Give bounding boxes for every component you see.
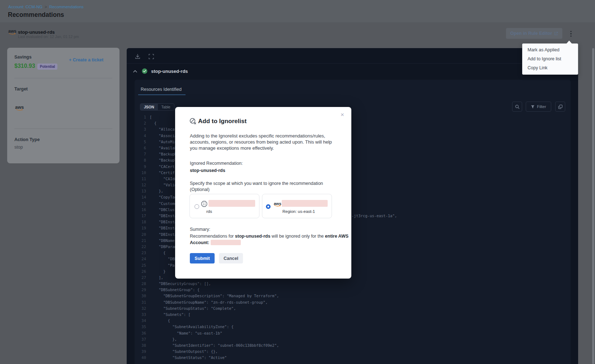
account-option-label: Region: us-east-1 bbox=[282, 209, 315, 214]
radio-account-selected[interactable] bbox=[266, 204, 271, 209]
summary-mid: will be ignored only for the bbox=[270, 234, 325, 239]
page-title: Recommendations bbox=[8, 11, 64, 19]
code-line: 35 "SubnetAvailabilityZone": { bbox=[135, 324, 571, 330]
active-tab-underline bbox=[138, 94, 186, 95]
breadcrumb: Account: CCM-NG>Recommendations bbox=[8, 5, 84, 9]
action-type-value: stop bbox=[14, 145, 23, 150]
target-label: Target bbox=[14, 87, 28, 92]
view-toggle: JSON Table bbox=[140, 103, 174, 111]
code-line: 34 { bbox=[135, 318, 571, 324]
success-check-icon bbox=[142, 68, 147, 74]
action-type-label: Action Type bbox=[14, 137, 40, 142]
page-scrollbar[interactable] bbox=[592, 48, 594, 364]
breadcrumb-page-link[interactable]: Recommendations bbox=[49, 5, 84, 9]
menu-item-add-to-ignore-list[interactable]: Add to Ignore list bbox=[523, 55, 578, 64]
modal-title: Add to Ignorelist bbox=[198, 118, 247, 125]
aws-swoosh-icon bbox=[274, 205, 281, 207]
code-line: 28 "DBSecurityGroups": [], bbox=[135, 281, 571, 287]
top-header: Account: CCM-NG>Recommendations Recommen… bbox=[0, 0, 595, 22]
divider bbox=[127, 63, 578, 64]
resource-service-icon bbox=[201, 201, 207, 207]
code-line: 37 }, bbox=[135, 336, 571, 342]
kebab-dropdown-menu: Mark as Applied Add to Ignore list Copy … bbox=[522, 43, 578, 75]
code-line: 32 "SubnetGroupStatus": "Complete", bbox=[135, 305, 571, 312]
filter-button[interactable]: Filter bbox=[526, 102, 551, 112]
scope-option-account[interactable]: aws Region: us-east-1 bbox=[262, 194, 332, 218]
resource-option-label: rds bbox=[206, 209, 212, 214]
view-toggle-json[interactable]: JSON bbox=[140, 104, 158, 110]
create-ticket-link[interactable]: + Create a ticket bbox=[69, 57, 103, 62]
copy-button[interactable] bbox=[555, 102, 565, 112]
tab-resources-identified[interactable]: Resources Identified bbox=[141, 87, 182, 92]
potential-badge: Potential bbox=[37, 64, 57, 70]
code-line: 33 "Subnets": [ bbox=[135, 312, 571, 318]
modal-close-icon[interactable]: × bbox=[339, 111, 346, 118]
breadcrumb-account-link[interactable]: Account: CCM-NG bbox=[8, 5, 42, 9]
menu-item-mark-as-applied[interactable]: Mark as Applied bbox=[523, 46, 578, 55]
add-to-ignorelist-modal: × Add to Ignorelist Adding to the Ignore… bbox=[175, 107, 351, 279]
ignore-icon bbox=[189, 118, 196, 125]
savings-label: Savings bbox=[14, 55, 32, 60]
submit-button[interactable]: Submit bbox=[190, 253, 215, 263]
menu-caret bbox=[566, 41, 572, 44]
code-line: 38 "SubnetIdentifier": "subnet-060c138bb… bbox=[135, 342, 571, 349]
open-in-rule-editor-button[interactable]: Open in Rule Editor bbox=[506, 28, 562, 39]
code-line: 30 "DBSubnetGroupDescription": "Managed … bbox=[135, 293, 571, 299]
recommendation-details-card: Savings + Create a ticket $310.93 Potent… bbox=[7, 48, 120, 163]
code-line: 36 "Name": "us-east-1b" bbox=[135, 330, 571, 336]
scope-label: Specify the scope at which you want to i… bbox=[190, 181, 343, 193]
fullscreen-icon[interactable] bbox=[148, 53, 154, 60]
summary-recommendation-name: stop-unused-rds bbox=[235, 234, 271, 239]
divider bbox=[14, 78, 112, 78]
view-toggle-table[interactable]: Table bbox=[158, 104, 174, 110]
panel-recommendation-title: stop-unused-rds bbox=[151, 69, 188, 74]
search-icon bbox=[515, 104, 520, 109]
aws-swoosh-icon bbox=[15, 109, 24, 111]
code-line: 31 "DBSubnetGroupName": "zn-dr-rds-subne… bbox=[135, 299, 571, 305]
summary-pre: Recommendations for bbox=[190, 234, 235, 239]
more-options-kebab-button[interactable] bbox=[568, 29, 574, 39]
menu-item-copy-link[interactable]: Copy Link bbox=[523, 64, 578, 73]
radio-resource-unselected[interactable] bbox=[195, 204, 199, 209]
code-line: 40 "SubnetStatus": "Active" bbox=[135, 355, 571, 361]
collapse-chevron-icon[interactable] bbox=[133, 70, 137, 73]
breadcrumb-separator: > bbox=[44, 5, 47, 9]
filter-funnel-icon bbox=[531, 105, 535, 109]
external-link-icon bbox=[554, 32, 558, 36]
open-in-rule-editor-label: Open in Rule Editor bbox=[510, 31, 552, 36]
copy-icon bbox=[558, 104, 563, 109]
aws-swoosh-icon bbox=[8, 33, 17, 35]
aws-logo: aws bbox=[8, 29, 17, 34]
filter-label: Filter bbox=[537, 104, 546, 109]
modal-description: Adding to the Ignorelist excludes specif… bbox=[190, 133, 339, 151]
search-button[interactable] bbox=[512, 102, 522, 112]
aws-account-logo: aws bbox=[274, 200, 281, 206]
ignored-recommendation-value: stop-unused-rds bbox=[190, 168, 225, 173]
summary-label: Summary: bbox=[190, 227, 210, 232]
target-aws-logo: aws bbox=[15, 104, 24, 110]
ignored-recommendation-label: Ignored Recommendation: bbox=[190, 161, 243, 166]
code-line: 39 "SubnetOutpost": {}, bbox=[135, 349, 571, 355]
redacted-resource-id bbox=[209, 200, 255, 207]
redacted-account-id bbox=[282, 200, 328, 207]
download-icon[interactable] bbox=[135, 53, 141, 60]
savings-value: $310.93 bbox=[14, 63, 35, 69]
cancel-button[interactable]: Cancel bbox=[219, 253, 243, 263]
scope-option-resource[interactable]: rds bbox=[189, 194, 259, 218]
redacted-summary-account bbox=[211, 240, 241, 245]
summary-text: Recommendations for stop-unused-rds will… bbox=[190, 233, 351, 246]
recommendation-last-evaluated: Last evaluated on: 12 Jan, 01:12 pm bbox=[18, 34, 79, 39]
code-line: 29 "DBSubnetGroup": { bbox=[135, 287, 571, 293]
divider bbox=[14, 129, 112, 129]
recommendation-name: stop-unused-rds bbox=[18, 29, 55, 35]
